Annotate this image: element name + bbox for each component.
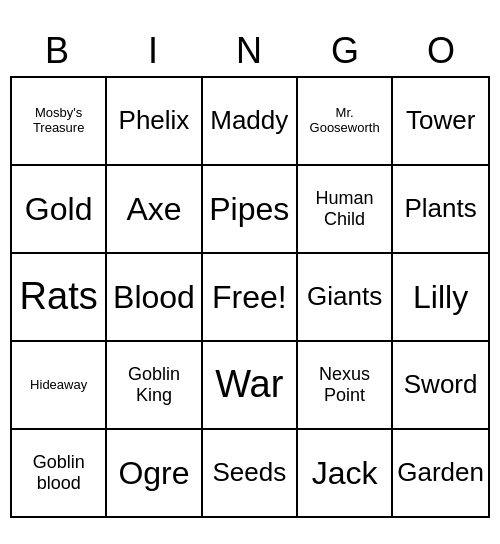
bingo-header: BINGO	[10, 26, 490, 76]
cell-text: Hideaway	[30, 378, 87, 393]
cell-text: Jack	[312, 455, 378, 492]
cell-text: Pipes	[209, 191, 289, 228]
bingo-cell: Sword	[393, 342, 490, 430]
cell-text: Nexus Point	[302, 364, 387, 405]
bingo-card: BINGO Mosby's TreasurePhelixMaddyMr. Goo…	[10, 26, 490, 518]
bingo-cell: War	[203, 342, 298, 430]
cell-text: Goblin King	[111, 364, 196, 405]
cell-text: Ogre	[118, 455, 189, 492]
bingo-cell: Goblin blood	[12, 430, 107, 518]
cell-text: Seeds	[212, 458, 286, 488]
cell-text: Blood	[113, 279, 195, 316]
bingo-cell: Rats	[12, 254, 107, 342]
cell-text: Giants	[307, 282, 382, 312]
cell-text: Mr. Gooseworth	[302, 106, 387, 136]
bingo-cell: Mr. Gooseworth	[298, 78, 393, 166]
bingo-cell: Seeds	[203, 430, 298, 518]
bingo-cell: Axe	[107, 166, 202, 254]
cell-text: War	[215, 363, 283, 407]
cell-text: Free!	[212, 279, 287, 316]
header-letter: B	[10, 26, 106, 76]
header-letter: N	[202, 26, 298, 76]
bingo-cell: Blood	[107, 254, 202, 342]
bingo-cell: Lilly	[393, 254, 490, 342]
cell-text: Rats	[20, 275, 98, 319]
bingo-cell: Garden	[393, 430, 490, 518]
bingo-cell: Tower	[393, 78, 490, 166]
cell-text: Garden	[397, 458, 484, 488]
bingo-cell: Nexus Point	[298, 342, 393, 430]
bingo-cell: Phelix	[107, 78, 202, 166]
bingo-cell: Plants	[393, 166, 490, 254]
bingo-cell: Goblin King	[107, 342, 202, 430]
cell-text: Tower	[406, 106, 475, 136]
bingo-cell: Pipes	[203, 166, 298, 254]
bingo-cell: Free!	[203, 254, 298, 342]
header-letter: I	[106, 26, 202, 76]
header-letter: G	[298, 26, 394, 76]
bingo-grid: Mosby's TreasurePhelixMaddyMr. Goosewort…	[10, 76, 490, 518]
cell-text: Plants	[405, 194, 477, 224]
cell-text: Human Child	[302, 188, 387, 229]
cell-text: Axe	[126, 191, 181, 228]
bingo-cell: Mosby's Treasure	[12, 78, 107, 166]
bingo-cell: Giants	[298, 254, 393, 342]
bingo-cell: Human Child	[298, 166, 393, 254]
cell-text: Sword	[404, 370, 478, 400]
bingo-cell: Ogre	[107, 430, 202, 518]
bingo-cell: Hideaway	[12, 342, 107, 430]
cell-text: Lilly	[413, 279, 468, 316]
bingo-cell: Maddy	[203, 78, 298, 166]
cell-text: Maddy	[210, 106, 288, 136]
cell-text: Mosby's Treasure	[16, 106, 101, 136]
header-letter: O	[394, 26, 490, 76]
cell-text: Gold	[25, 191, 93, 228]
bingo-cell: Gold	[12, 166, 107, 254]
bingo-cell: Jack	[298, 430, 393, 518]
cell-text: Goblin blood	[16, 452, 101, 493]
cell-text: Phelix	[119, 106, 190, 136]
